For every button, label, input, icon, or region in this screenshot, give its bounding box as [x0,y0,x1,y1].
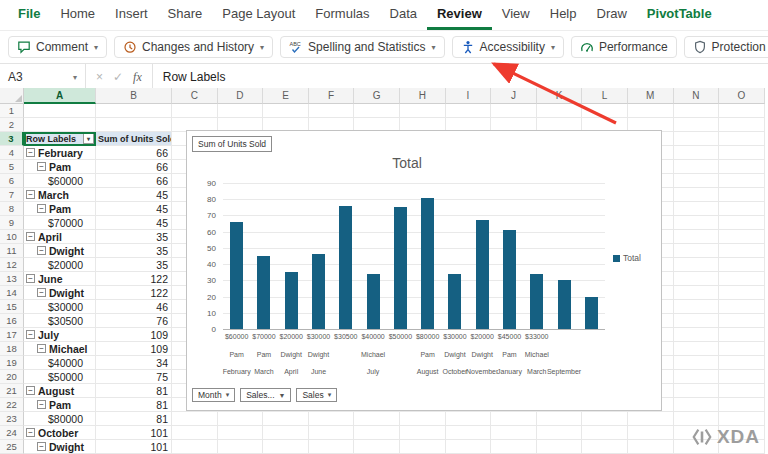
row-header-15[interactable]: 15 [0,300,24,314]
cell-A11[interactable]: −Dwight [24,244,96,258]
chart-field-button-sales[interactable]: Sales...▼ [240,388,291,402]
cell-A23[interactable]: $80000 [24,412,96,426]
history-button[interactable]: Changes and History▾ [114,36,273,58]
row-header-1[interactable]: 1 [0,104,24,118]
chart-bar-4[interactable] [312,254,325,329]
cell-A17[interactable]: −July [24,328,96,342]
cell-O23[interactable] [719,412,765,426]
cell-B23[interactable]: 81 [96,412,172,426]
chart-bar-10[interactable] [476,220,489,329]
cell-B1[interactable] [96,104,172,118]
chart-bar-13[interactable] [558,280,571,329]
menu-tab-pivottable[interactable]: PivotTable [637,0,722,30]
cell-L23[interactable] [582,412,628,426]
cell-B5[interactable]: 66 [96,160,172,174]
cell-M23[interactable] [628,412,674,426]
cell-L25[interactable] [582,440,628,454]
cell-O21[interactable] [719,384,765,398]
cell-O7[interactable] [719,188,765,202]
cell-B3[interactable]: Sum of Units Sold [96,132,172,146]
cell-B8[interactable]: 45 [96,202,172,216]
cell-A1[interactable] [24,104,96,118]
cell-N20[interactable] [674,370,720,384]
cell-H24[interactable] [400,426,446,440]
column-header-K[interactable]: K [537,88,583,104]
cell-C1[interactable] [172,104,218,118]
cell-A12[interactable]: $20000 [24,258,96,272]
row-header-22[interactable]: 22 [0,398,24,412]
row-header-4[interactable]: 4 [0,146,24,160]
cell-A8[interactable]: −Pam [24,202,96,216]
menu-tab-review[interactable]: Review [427,0,492,30]
cell-A3[interactable]: Row Labels▾ [24,132,96,146]
cell-B13[interactable]: 122 [96,272,172,286]
column-header-C[interactable]: C [172,88,218,104]
chart-bar-7[interactable] [394,207,407,329]
cell-O5[interactable] [719,160,765,174]
cell-O6[interactable] [719,174,765,188]
row-header-8[interactable]: 8 [0,202,24,216]
cell-M25[interactable] [628,440,674,454]
chart-bar-3[interactable] [285,272,298,329]
chart-bar-8[interactable] [421,198,434,329]
cell-M24[interactable] [628,426,674,440]
cell-H1[interactable] [400,104,446,118]
cell-N22[interactable] [674,398,720,412]
select-all-corner[interactable] [0,88,24,104]
cell-O10[interactable] [719,230,765,244]
cell-B6[interactable]: 66 [96,174,172,188]
chart-bar-11[interactable] [503,230,516,329]
cell-K25[interactable] [537,440,583,454]
cell-H23[interactable] [400,412,446,426]
cell-N13[interactable] [674,272,720,286]
cell-O20[interactable] [719,370,765,384]
column-header-L[interactable]: L [582,88,628,104]
cell-G24[interactable] [354,426,400,440]
cell-N9[interactable] [674,216,720,230]
cell-I24[interactable] [446,426,492,440]
cell-O8[interactable] [719,202,765,216]
cell-O3[interactable] [719,132,765,146]
cell-N1[interactable] [674,104,720,118]
chart-field-button-sales[interactable]: Sales▾ [296,388,337,402]
menu-tab-page-layout[interactable]: Page Layout [212,0,305,30]
menu-tab-share[interactable]: Share [158,0,213,30]
cell-N10[interactable] [674,230,720,244]
cell-G23[interactable] [354,412,400,426]
cell-N11[interactable] [674,244,720,258]
menu-tab-data[interactable]: Data [380,0,427,30]
cell-A24[interactable]: −October [24,426,96,440]
column-header-I[interactable]: I [446,88,492,104]
column-header-H[interactable]: H [400,88,446,104]
column-header-J[interactable]: J [491,88,537,104]
cell-H25[interactable] [400,440,446,454]
cell-B15[interactable]: 46 [96,300,172,314]
row-header-21[interactable]: 21 [0,384,24,398]
menu-tab-draw[interactable]: Draw [587,0,637,30]
collapse-toggle-icon[interactable]: − [26,330,35,339]
chart-bar-12[interactable] [530,274,543,329]
cell-J1[interactable] [491,104,537,118]
cell-G1[interactable] [354,104,400,118]
chart-bar-1[interactable] [230,222,243,329]
cell-B24[interactable]: 101 [96,426,172,440]
insert-function-icon[interactable]: fx [133,70,142,85]
pivot-chart[interactable]: Sum of Units Sold Total 0102030405060708… [186,130,662,411]
cell-N23[interactable] [674,412,720,426]
cell-I1[interactable] [446,104,492,118]
cell-N18[interactable] [674,342,720,356]
cell-A21[interactable]: −August [24,384,96,398]
row-header-2[interactable]: 2 [0,118,24,132]
cell-O4[interactable] [719,146,765,160]
cell-N4[interactable] [674,146,720,160]
cell-A22[interactable]: −Pam [24,398,96,412]
row-labels-filter-icon[interactable]: ▾ [83,133,94,144]
cell-B10[interactable]: 35 [96,230,172,244]
cell-B12[interactable]: 35 [96,258,172,272]
cell-A13[interactable]: −June [24,272,96,286]
row-header-13[interactable]: 13 [0,272,24,286]
formula-content[interactable]: Row Labels [153,70,236,84]
cell-C24[interactable] [172,426,218,440]
cell-B9[interactable]: 45 [96,216,172,230]
cell-F1[interactable] [309,104,355,118]
